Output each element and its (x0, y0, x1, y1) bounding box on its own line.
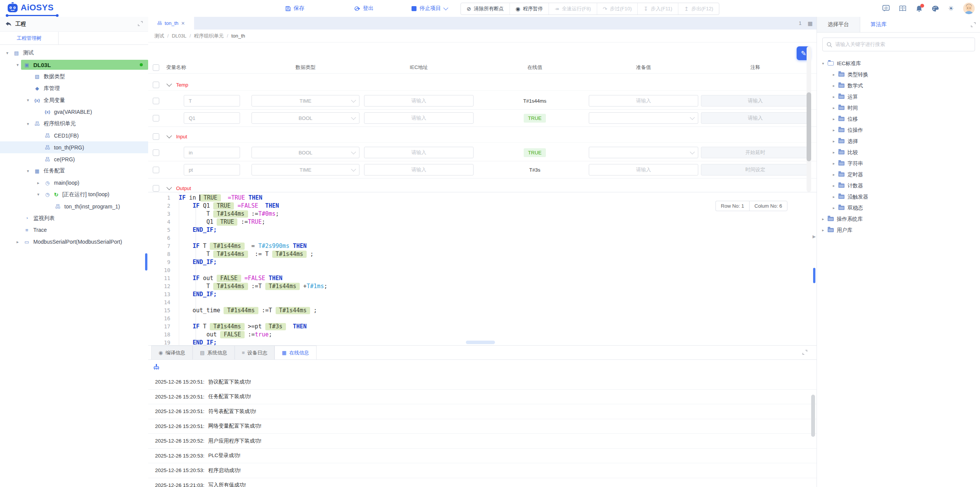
tree-item-modbusserialport-modbusserialport-[interactable]: ▸▭ModbusSerialPort(ModbusSerialPort) (0, 236, 148, 248)
right-panel-expand-arrow[interactable]: ▶ (813, 234, 816, 239)
docs-book-icon[interactable] (899, 5, 906, 11)
iec-address-input[interactable]: 请输入 (364, 95, 474, 107)
expander-closed-icon[interactable]: ▸ (14, 239, 21, 244)
expander-closed-icon[interactable]: ▸ (831, 106, 837, 110)
breadcrumb-item[interactable]: 测试 (154, 33, 164, 39)
tree-item-ton_th-prg-[interactable]: 品ton_th(PRG) (0, 141, 148, 153)
tree-item--[interactable]: ▾▦任务配置 (0, 165, 148, 177)
expander-closed-icon[interactable]: ▸ (831, 117, 837, 121)
expander-closed-icon[interactable]: ▸ (831, 161, 837, 166)
group-collapse-icon[interactable] (167, 185, 172, 190)
theme-light-icon[interactable]: ☀ (948, 5, 954, 13)
tab-project-tree[interactable]: 工程管理树 (0, 32, 59, 44)
comment-input[interactable]: 开始延时 (701, 147, 810, 158)
expander-closed-icon[interactable]: ▸ (831, 206, 837, 210)
tab-compile[interactable]: ◉编译信息 (151, 346, 193, 359)
tab-ton-th[interactable]: 品 ton_th ✕ (148, 17, 194, 30)
data-type-select[interactable]: TIME (252, 95, 359, 107)
run-full-speed-button[interactable]: ↠全速运行(F8) (549, 3, 597, 15)
code-line[interactable]: 8 T T#1s44ms := T T#1s44ms ; (148, 250, 817, 258)
library-item--[interactable]: ▸比较 (817, 147, 980, 158)
expander-closed-icon[interactable]: ▸ (831, 72, 837, 77)
tree-item-ced1-fb-[interactable]: 品CED1(FB) (0, 130, 148, 142)
tree-item--[interactable]: ▾{x}全局变量 (0, 94, 148, 106)
right-resize-handle[interactable] (813, 268, 815, 283)
variable-name-input[interactable]: pt (184, 164, 240, 175)
iec-address-input[interactable]: 请输入 (364, 112, 474, 124)
library-search-input[interactable]: 请输入关键字进行搜索 (822, 38, 975, 51)
comment-input[interactable]: 请输入 (701, 95, 810, 107)
library-item-iec-[interactable]: ▾IEC标准库 (817, 58, 980, 69)
tab-system[interactable]: ▤系统信息 (193, 346, 234, 359)
library-item--[interactable]: ▸数学式 (817, 80, 980, 91)
group-collapse-icon[interactable] (167, 133, 172, 138)
logout-button[interactable]: 登出 (354, 0, 374, 17)
code-line[interactable]: 6 (148, 234, 817, 242)
theme-palette-icon[interactable] (932, 5, 939, 12)
expander-closed-icon[interactable]: ▸ (820, 217, 826, 221)
notification-bell-icon[interactable] (916, 5, 923, 12)
code-line[interactable]: 4 Q1 TRUE :=TRUE; (148, 218, 817, 226)
expander-closed-icon[interactable]: ▸ (831, 139, 837, 143)
iec-address-input[interactable]: 请输入 (364, 164, 474, 175)
st-code-editor[interactable]: 1IF in TRUE =TRUE THEN2 IF Q1 TRUE =FALS… (148, 192, 817, 346)
select-all-checkbox[interactable] (153, 64, 159, 71)
code-line[interactable]: 7 IF T T#1s44ms = T#2s990ms THEN (148, 242, 817, 250)
comment-input[interactable]: 请输入 (701, 112, 810, 124)
variable-name-input[interactable]: in (184, 147, 240, 158)
editor-scrollbar-thumb[interactable] (807, 92, 811, 161)
expander-open-icon[interactable]: ▾ (4, 51, 11, 56)
library-item--[interactable]: ▸定时器 (817, 169, 980, 180)
panel-resize-handle[interactable] (466, 341, 495, 344)
expander-closed-icon[interactable]: ▸ (35, 180, 42, 185)
back-arrow-icon[interactable] (5, 21, 11, 27)
step-over-button[interactable]: ↷步过(F10) (597, 3, 638, 15)
library-item--[interactable]: ▸位移 (817, 113, 980, 125)
step-out-button[interactable]: ↥步出(F12) (678, 3, 719, 15)
tab-algorithm-library[interactable]: 算法库 (860, 17, 897, 32)
clear-breakpoints-button[interactable]: ⊘清除所有断点 (461, 3, 510, 15)
tree-item-ce-prg-[interactable]: 品ce(PRG) (0, 153, 148, 165)
group-checkbox[interactable] (153, 185, 159, 192)
tree-item-ton_th-inst_program_1-[interactable]: 品ton_th(inst_program_1) (0, 200, 148, 212)
expander-open-icon[interactable]: ▾ (24, 98, 31, 103)
feedback-icon[interactable]: @ (882, 5, 890, 12)
tree-item--ton-loop-[interactable]: ▾◷↻[正在运行] ton(loop) (0, 189, 148, 201)
tree-item-trace[interactable]: ≡Trace (0, 224, 148, 236)
breadcrumb-item[interactable]: 程序组织单元 (194, 33, 224, 39)
expander-open-icon[interactable]: ▾ (820, 61, 826, 66)
library-item--[interactable]: ▸用户库 (817, 225, 980, 236)
expander-closed-icon[interactable]: ▸ (831, 95, 837, 99)
expander-open-icon[interactable]: ▾ (14, 62, 21, 67)
code-line[interactable]: 15 out_time T#1s44ms :=T T#1s44ms ; (148, 307, 817, 315)
code-line[interactable]: 9 END_IF; (148, 258, 817, 266)
code-line[interactable]: 5 END_IF; (148, 226, 817, 234)
library-item--[interactable]: ▸位操作 (817, 125, 980, 136)
tab-online[interactable]: ▦在线信息 (274, 346, 316, 359)
expander-closed-icon[interactable]: ▸ (831, 184, 837, 188)
expander-closed-icon[interactable]: ▸ (831, 195, 837, 199)
user-avatar[interactable] (963, 3, 975, 14)
row-checkbox[interactable] (153, 98, 159, 104)
log-scrollbar[interactable] (811, 395, 815, 437)
code-line[interactable]: 11 IF out FALSE =FALSE THEN (148, 274, 817, 282)
tree-item--[interactable]: ▾品程序组织单元 (0, 118, 148, 130)
tree-item-gva-variable-[interactable]: {x}gva(VARIABLE) (0, 106, 148, 118)
prepare-value-input[interactable]: 请输入 (589, 164, 698, 175)
prepare-value-input[interactable]: 请输入 (589, 95, 698, 107)
iec-address-input[interactable]: 请输入 (364, 147, 474, 158)
library-item--[interactable]: ▸双稳态 (817, 202, 980, 213)
prepare-value-select[interactable] (589, 112, 698, 124)
row-checkbox[interactable] (153, 149, 159, 156)
expander-open-icon[interactable]: ▾ (35, 192, 42, 197)
library-item--[interactable]: ▸计数器 (817, 180, 980, 191)
group-collapse-icon[interactable] (167, 81, 172, 87)
row-checkbox[interactable] (153, 115, 159, 121)
library-item--[interactable]: ▸选择 (817, 136, 980, 147)
tree-item--[interactable]: ▾▤测试 (0, 47, 148, 59)
group-checkbox[interactable] (153, 82, 159, 88)
tab-select-platform[interactable]: 选择平台 (817, 17, 860, 32)
library-item--[interactable]: ▸类型转换 (817, 69, 980, 80)
prepare-value-select[interactable] (589, 147, 698, 158)
comment-input[interactable]: 时间设定 (701, 164, 810, 175)
